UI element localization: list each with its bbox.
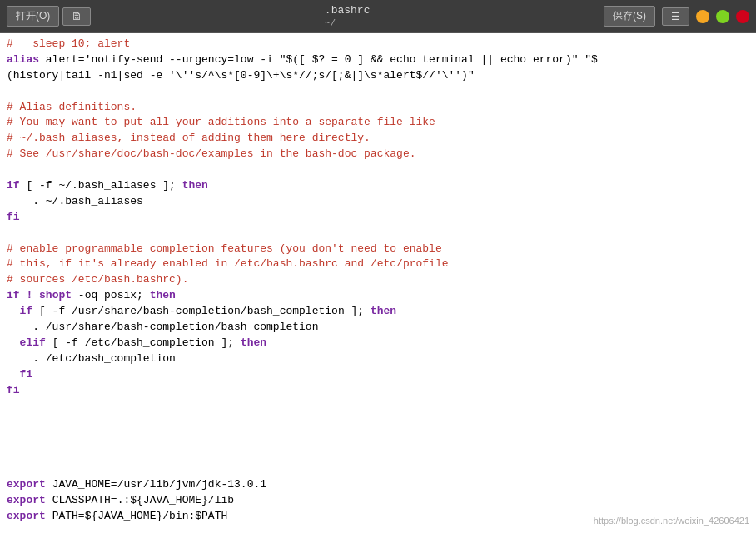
code-line: fi bbox=[7, 367, 749, 383]
code-line: # sources /etc/bash.bashrc). bbox=[7, 272, 749, 288]
code-line bbox=[7, 461, 749, 477]
code-line: if ! shopt -oq posix; then bbox=[7, 288, 749, 304]
code-line: export JAVA_HOME=/usr/lib/jvm/jdk-13.0.1 bbox=[7, 477, 749, 493]
open-button[interactable]: 打开(O) bbox=[7, 6, 59, 27]
minimize-button[interactable] bbox=[696, 10, 709, 23]
file-button[interactable]: 🖺 bbox=[62, 7, 91, 26]
code-line bbox=[7, 446, 749, 461]
code-line: fi bbox=[7, 383, 749, 399]
watermark: https://blog.csdn.net/weixin_42606421 bbox=[594, 515, 749, 528]
code-container: # sleep 10; alertalias alert='notify-sen… bbox=[7, 37, 749, 525]
code-line: elif [ -f /etc/bash_completion ]; then bbox=[7, 336, 749, 351]
code-line: # Alias definitions. bbox=[7, 100, 749, 116]
code-line: # sleep 10; alert bbox=[7, 37, 749, 52]
code-line: (history|tail -n1|sed -e '\''s/^\s*[0-9]… bbox=[7, 68, 749, 84]
code-line: fi bbox=[7, 210, 749, 226]
code-line bbox=[7, 162, 749, 178]
titlebar-title: .bashrc ~/ bbox=[325, 4, 371, 29]
code-line bbox=[7, 398, 749, 414]
titlebar-left: 打开(O) 🖺 bbox=[7, 6, 91, 27]
code-line: . /usr/share/bash-completion/bash_comple… bbox=[7, 320, 749, 336]
titlebar-right: 保存(S) ☰ bbox=[604, 6, 749, 27]
code-line: if [ -f /usr/share/bash-completion/bash_… bbox=[7, 304, 749, 320]
menu-button[interactable]: ☰ bbox=[662, 7, 689, 26]
close-button[interactable] bbox=[736, 10, 749, 23]
code-line: alias alert='notify-send --urgency=low -… bbox=[7, 52, 749, 68]
code-line bbox=[7, 430, 749, 446]
code-line bbox=[7, 414, 749, 430]
code-line: # See /usr/share/doc/bash-doc/examples i… bbox=[7, 147, 749, 162]
code-line: # You may want to put all your additions… bbox=[7, 115, 749, 131]
editor[interactable]: # sleep 10; alertalias alert='notify-sen… bbox=[0, 33, 756, 533]
code-line bbox=[7, 84, 749, 100]
code-line: if [ -f ~/.bash_aliases ]; then bbox=[7, 178, 749, 194]
code-line: # ~/.bash_aliases, instead of adding the… bbox=[7, 131, 749, 147]
code-line: . /etc/bash_completion bbox=[7, 351, 749, 367]
maximize-button[interactable] bbox=[716, 10, 729, 23]
code-line: . ~/.bash_aliases bbox=[7, 194, 749, 210]
titlebar: 打开(O) 🖺 .bashrc ~/ 保存(S) ☰ bbox=[0, 0, 756, 33]
code-line bbox=[7, 226, 749, 242]
save-button[interactable]: 保存(S) bbox=[604, 6, 655, 27]
code-line: # enable programmable completion feature… bbox=[7, 242, 749, 257]
code-line: # this, if it's already enabled in /etc/… bbox=[7, 257, 749, 272]
file-icon: 🖺 bbox=[72, 11, 82, 22]
code-line: export CLASSPATH=.:${JAVA_HOME}/lib bbox=[7, 493, 749, 509]
